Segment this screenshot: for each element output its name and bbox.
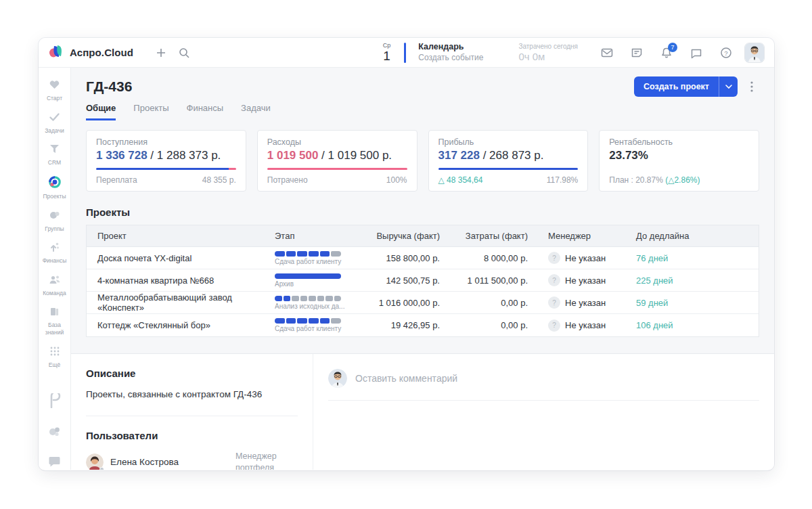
stage-progress	[275, 273, 341, 279]
stage-label: Анализ исходных да...	[275, 303, 356, 310]
sidebar-item-projects[interactable]: Проекты	[39, 173, 71, 204]
sidebar-item-groups[interactable]: Группы	[39, 206, 71, 237]
chat-icon[interactable]	[685, 41, 708, 64]
brand[interactable]: Аспро.Cloud	[48, 45, 133, 61]
manager-value: Не указан	[565, 298, 606, 308]
avatar	[86, 453, 104, 470]
comments-panel: Оставить комментарий	[313, 354, 774, 470]
tab-general[interactable]: Общие	[86, 103, 116, 120]
card-footer-delta: △ 48 354,64	[438, 175, 483, 185]
more-actions-kebab-icon[interactable]	[744, 76, 759, 97]
projects-table: Проект Этап Выручка (факт) Затраты (факт…	[86, 225, 759, 337]
project-name-link[interactable]: Доска почета YX-digital	[87, 253, 275, 263]
card-value: 1 336 728	[96, 149, 148, 162]
projects-icon	[49, 176, 61, 191]
create-project-label[interactable]: Создать проект	[634, 82, 719, 91]
card-value: 317 228	[438, 149, 480, 162]
comment-input[interactable]: Оставить комментарий	[355, 373, 457, 384]
projects-section-title: Проекты	[86, 206, 759, 218]
card-profitability: Рентабельность 23.73% План : 20.87% (△2.…	[599, 130, 759, 192]
notes-icon[interactable]	[625, 41, 648, 64]
main-content: ГД-436 Создать проект	[71, 68, 774, 470]
progress-bar-placeholder	[609, 168, 749, 170]
sidebar-item-more[interactable]: Ещё	[39, 342, 71, 373]
integrations-icon[interactable]	[48, 426, 62, 441]
details-panel: Описание Проекты, связанные с контрактом…	[71, 354, 313, 470]
tab-tasks[interactable]: Задачи	[241, 103, 271, 120]
card-label: Поступления	[96, 137, 236, 147]
progress-bar	[96, 168, 236, 170]
card-expenses: Расходы 1 019 500 / 1 019 500 р. Потраче…	[257, 130, 418, 192]
create-event-link[interactable]: Создать событие	[418, 53, 483, 63]
user-row[interactable]: Елена Кострова Менеджер портфеля	[86, 451, 298, 470]
table-row[interactable]: Коттедж «Стеклянный бор» Сдача работ кли…	[87, 314, 759, 336]
calendar-weekday: Ср	[383, 43, 391, 49]
deadline-link[interactable]: 59 дней	[636, 298, 668, 308]
manager-value: Не указан	[565, 275, 606, 286]
col-manager: Менеджер	[528, 231, 616, 241]
stage-progress	[275, 318, 341, 324]
col-costs: Затраты (факт)	[440, 231, 528, 241]
finance-icon	[49, 242, 60, 255]
tab-finance[interactable]: Финансы	[187, 103, 224, 120]
project-name-link[interactable]: Коттедж «Стеклянный бор»	[87, 320, 275, 330]
revenue-value: 1 016 000,00 р.	[364, 298, 440, 308]
table-row[interactable]: 4-комнатная квартира №668 Архив 142 500,…	[87, 269, 759, 292]
card-footer-label: Переплата	[96, 175, 137, 185]
team-icon	[49, 274, 61, 288]
sidebar-item-start[interactable]: Старт	[39, 76, 71, 106]
project-name-link[interactable]: Металлообрабатывающий завод «Конспект»	[87, 292, 275, 313]
calendar-link[interactable]: Календарь	[418, 42, 483, 53]
user-avatar[interactable]	[744, 43, 765, 63]
costs-value: 0,00 р.	[440, 320, 528, 330]
card-footer-value: 100%	[386, 175, 407, 185]
costs-value: 1 011 500,00 р.	[440, 275, 528, 286]
stage-progress	[275, 251, 341, 257]
stage-label: Сдача работ клиенту	[275, 326, 356, 332]
card-label: Рентабельность	[609, 137, 749, 147]
svg-text:?: ?	[724, 49, 727, 56]
sidebar-item-label: Команда	[43, 290, 66, 297]
brand-name: Аспро.Cloud	[70, 47, 133, 58]
calendar-date[interactable]: Ср 1	[383, 43, 391, 62]
users-title: Пользователи	[86, 430, 298, 441]
help-icon[interactable]: ?	[715, 41, 738, 64]
table-row[interactable]: Доска почета YX-digital Сдача работ клие…	[87, 247, 759, 269]
divider	[328, 400, 759, 401]
card-value: 23.73%	[609, 149, 648, 162]
partner-p-logo-icon[interactable]	[48, 393, 62, 411]
sidebar-item-knowledge-base[interactable]: База знаний	[39, 303, 71, 340]
project-name-link[interactable]: 4-комнатная квартира №668	[87, 275, 275, 286]
deadline-link[interactable]: 225 дней	[636, 275, 673, 286]
table-row[interactable]: Металлообрабатывающий завод «Конспект» А…	[87, 292, 759, 314]
current-user-avatar	[328, 369, 347, 388]
notifications-badge: 7	[668, 43, 677, 52]
card-profit: Прибыль 317 228 / 268 873 р. △ 48 354,64…	[428, 130, 589, 192]
create-project-button[interactable]: Создать проект	[634, 76, 738, 97]
mail-icon[interactable]	[595, 41, 618, 64]
user-name[interactable]: Елена Кострова	[110, 457, 179, 467]
time-tracked: Затрачено сегодня 0ч 0м	[518, 43, 578, 63]
progress-bar	[267, 168, 407, 170]
card-footer-label: План : 20.87% (△2.86%)	[609, 175, 700, 185]
user-role: Менеджер портфеля	[235, 451, 298, 470]
sidebar-item-finance[interactable]: Финансы	[39, 238, 71, 269]
support-chat-icon[interactable]	[48, 456, 62, 470]
deadline-link[interactable]: 76 дней	[636, 253, 668, 263]
sidebar-item-tasks[interactable]: Задачи	[39, 108, 71, 139]
chevron-down-icon[interactable]	[719, 76, 738, 97]
col-project: Проект	[87, 231, 275, 241]
deadline-link[interactable]: 106 дней	[636, 320, 673, 330]
status-dot	[99, 467, 104, 470]
sidebar-item-crm[interactable]: CRM	[39, 140, 71, 171]
description-title: Описание	[86, 368, 298, 379]
card-total: / 268 873 р.	[480, 149, 544, 162]
search-icon[interactable]	[173, 41, 196, 64]
person-funnel-icon	[49, 143, 60, 157]
sidebar-item-team[interactable]: Команда	[39, 271, 71, 301]
stage-label: Архив	[275, 281, 356, 288]
notifications-bell-icon[interactable]: 7	[655, 41, 678, 64]
tab-projects[interactable]: Проекты	[133, 103, 168, 120]
quick-add-button[interactable]	[150, 41, 173, 64]
card-footer-value: 48 355 р.	[202, 175, 236, 185]
